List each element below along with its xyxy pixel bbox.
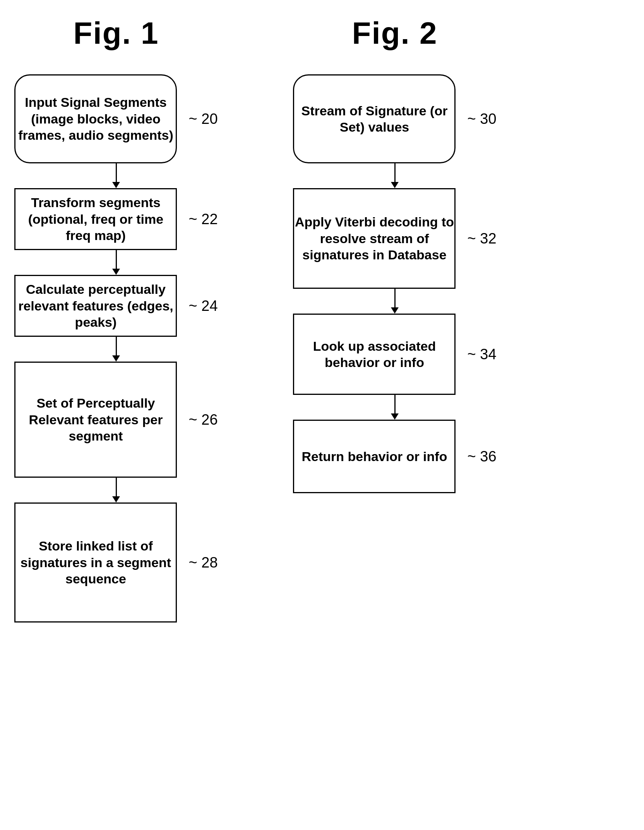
fig1-arrow-2: [112, 250, 120, 275]
fig2-row-a: Stream of Signature (or Set) values ~ 30: [293, 74, 496, 163]
fig2-node-d: Return behavior or info: [293, 420, 456, 493]
fig1-node5: Store linked list of signatures in a seg…: [14, 502, 177, 622]
fig2-node-a: Stream of Signature (or Set) values: [293, 74, 456, 163]
fig2-arrow-b: [391, 289, 399, 314]
fig1-label-28: ~ 28: [188, 554, 218, 571]
fig1-label-26: ~ 26: [188, 412, 218, 428]
fig2-label-34: ~ 34: [467, 346, 496, 363]
figure-1: Fig. 1 Input Signal Segments (image bloc…: [15, 15, 217, 622]
fig2-flowchart: Stream of Signature (or Set) values ~ 30…: [293, 74, 496, 493]
fig2-row-c: Look up associated behavior or info ~ 34: [293, 314, 496, 395]
fig1-row-1: Input Signal Segments (image blocks, vid…: [14, 74, 218, 163]
fig2-title: Fig. 2: [352, 15, 438, 51]
fig2-row-d: Return behavior or info ~ 36: [293, 420, 496, 493]
fig2-label-30: ~ 30: [467, 111, 496, 127]
fig1-node5-text: Store linked list of signatures in a seg…: [15, 538, 176, 587]
fig1-row-4: Set of Perceptually Relevant features pe…: [14, 362, 218, 478]
figures-container: Fig. 1 Input Signal Segments (image bloc…: [15, 15, 629, 622]
fig1-label-22: ~ 22: [188, 211, 218, 228]
fig1-arrow-1: [112, 163, 120, 188]
fig1-node3-text: Calculate perceptually relevant features…: [15, 281, 176, 331]
fig1-row-2: Transform segments (optional, freq or ti…: [14, 188, 218, 250]
fig2-label-32: ~ 32: [467, 230, 496, 247]
fig1-arrow-4: [112, 478, 120, 502]
fig2-node-c: Look up associated behavior or info: [293, 314, 456, 395]
fig2-arrow-c: [391, 395, 399, 420]
fig2-node-b-text: Apply Viterbi decoding to resolve stream…: [294, 214, 454, 263]
fig2-label-36: ~ 36: [467, 448, 496, 465]
fig2-node-a-text: Stream of Signature (or Set) values: [294, 103, 454, 135]
fig2-node-b: Apply Viterbi decoding to resolve stream…: [293, 188, 456, 289]
fig2-node-c-text: Look up associated behavior or info: [294, 338, 454, 371]
fig1-node2: Transform segments (optional, freq or ti…: [14, 188, 177, 250]
fig2-arrow-a: [391, 163, 399, 188]
fig1-node2-text: Transform segments (optional, freq or ti…: [15, 194, 176, 244]
page: Fig. 1 Input Signal Segments (image bloc…: [0, 0, 644, 830]
fig1-flowchart: Input Signal Segments (image blocks, vid…: [14, 74, 218, 622]
fig2-node-d-text: Return behavior or info: [302, 448, 447, 465]
fig1-arrow-3: [112, 337, 120, 362]
fig1-label-20: ~ 20: [188, 111, 218, 127]
fig1-node3: Calculate perceptually relevant features…: [14, 275, 177, 337]
fig1-node4-text: Set of Perceptually Relevant features pe…: [15, 395, 176, 444]
fig1-row-5: Store linked list of signatures in a seg…: [14, 502, 218, 622]
fig1-label-24: ~ 24: [188, 298, 218, 314]
fig1-node4: Set of Perceptually Relevant features pe…: [14, 362, 177, 478]
fig1-title: Fig. 1: [74, 15, 159, 51]
fig1-node1-text: Input Signal Segments (image blocks, vid…: [15, 94, 176, 144]
figure-2: Fig. 2 Stream of Signature (or Set) valu…: [294, 15, 495, 493]
fig1-node1: Input Signal Segments (image blocks, vid…: [14, 74, 177, 163]
fig1-row-3: Calculate perceptually relevant features…: [14, 275, 218, 337]
fig2-row-b: Apply Viterbi decoding to resolve stream…: [293, 188, 496, 289]
